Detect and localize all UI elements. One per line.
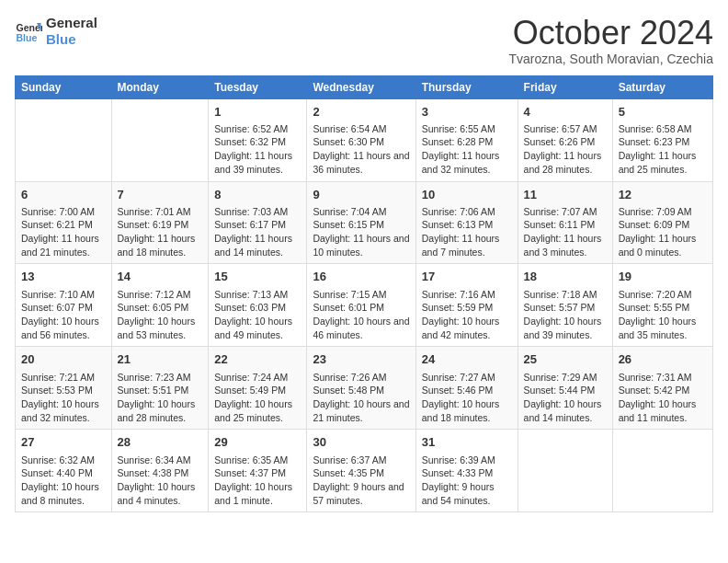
calendar-cell: 2Sunrise: 6:54 AM Sunset: 6:30 PM Daylig…	[307, 98, 415, 181]
day-number: 27	[21, 434, 106, 451]
calendar-cell: 9Sunrise: 7:04 AM Sunset: 6:15 PM Daylig…	[307, 181, 415, 264]
calendar-cell: 21Sunrise: 7:23 AM Sunset: 5:51 PM Dayli…	[111, 347, 209, 430]
calendar-cell: 28Sunrise: 6:34 AM Sunset: 4:38 PM Dayli…	[111, 430, 209, 512]
calendar-cell: 27Sunrise: 6:32 AM Sunset: 4:40 PM Dayli…	[16, 430, 112, 512]
day-content: Sunrise: 7:00 AM Sunset: 6:21 PM Dayligh…	[21, 205, 106, 259]
day-content: Sunrise: 6:55 AM Sunset: 6:28 PM Dayligh…	[422, 122, 512, 177]
day-content: Sunrise: 7:21 AM Sunset: 5:53 PM Dayligh…	[21, 371, 106, 425]
day-content: Sunrise: 6:35 AM Sunset: 4:37 PM Dayligh…	[214, 454, 301, 508]
calendar-week-row: 1Sunrise: 6:52 AM Sunset: 6:32 PM Daylig…	[16, 98, 713, 181]
calendar-cell: 16Sunrise: 7:15 AM Sunset: 6:01 PM Dayli…	[307, 264, 415, 347]
calendar-cell: 15Sunrise: 7:13 AM Sunset: 6:03 PM Dayli…	[209, 264, 307, 347]
day-content: Sunrise: 6:52 AM Sunset: 6:32 PM Dayligh…	[214, 122, 301, 177]
page-header: General Blue General Blue October 2024 T…	[15, 15, 713, 66]
day-number: 5	[619, 104, 707, 121]
day-content: Sunrise: 6:34 AM Sunset: 4:38 PM Dayligh…	[118, 454, 203, 508]
calendar-header-cell: Monday	[111, 75, 209, 98]
calendar-header-cell: Saturday	[612, 75, 712, 98]
calendar-cell: 26Sunrise: 7:31 AM Sunset: 5:42 PM Dayli…	[612, 347, 712, 430]
calendar-cell: 1Sunrise: 6:52 AM Sunset: 6:32 PM Daylig…	[209, 98, 307, 181]
calendar-week-row: 20Sunrise: 7:21 AM Sunset: 5:53 PM Dayli…	[16, 347, 713, 430]
calendar-cell: 19Sunrise: 7:20 AM Sunset: 5:55 PM Dayli…	[612, 264, 712, 347]
day-number: 3	[422, 104, 512, 121]
calendar-cell	[518, 430, 612, 512]
calendar-header-cell: Tuesday	[209, 75, 307, 98]
day-content: Sunrise: 7:09 AM Sunset: 6:09 PM Dayligh…	[619, 205, 707, 259]
day-content: Sunrise: 7:29 AM Sunset: 5:44 PM Dayligh…	[524, 371, 607, 425]
day-number: 19	[619, 269, 707, 285]
calendar-body: 1Sunrise: 6:52 AM Sunset: 6:32 PM Daylig…	[16, 98, 713, 512]
day-content: Sunrise: 7:04 AM Sunset: 6:15 PM Dayligh…	[313, 205, 409, 259]
calendar-table: SundayMondayTuesdayWednesdayThursdayFrid…	[15, 75, 713, 513]
day-number: 4	[524, 104, 607, 121]
calendar-cell	[612, 430, 712, 512]
day-number: 7	[118, 187, 203, 203]
calendar-cell: 8Sunrise: 7:03 AM Sunset: 6:17 PM Daylig…	[209, 181, 307, 264]
calendar-cell: 23Sunrise: 7:26 AM Sunset: 5:48 PM Dayli…	[307, 347, 415, 430]
day-content: Sunrise: 6:58 AM Sunset: 6:23 PM Dayligh…	[619, 122, 707, 177]
day-content: Sunrise: 7:01 AM Sunset: 6:19 PM Dayligh…	[118, 205, 203, 259]
calendar-header-cell: Thursday	[415, 75, 518, 98]
logo-line2: Blue	[46, 31, 97, 48]
day-number: 18	[524, 269, 607, 285]
location-subtitle: Tvarozna, South Moravian, Czechia	[508, 52, 713, 66]
month-title: October 2024	[508, 15, 713, 52]
day-number: 25	[524, 351, 607, 368]
day-content: Sunrise: 7:06 AM Sunset: 6:13 PM Dayligh…	[422, 205, 512, 259]
day-number: 30	[313, 434, 409, 451]
calendar-cell	[111, 98, 209, 181]
day-content: Sunrise: 7:20 AM Sunset: 5:55 PM Dayligh…	[619, 288, 707, 342]
calendar-cell: 29Sunrise: 6:35 AM Sunset: 4:37 PM Dayli…	[209, 430, 307, 512]
day-number: 17	[422, 269, 512, 285]
day-content: Sunrise: 6:54 AM Sunset: 6:30 PM Dayligh…	[313, 122, 409, 177]
calendar-cell: 18Sunrise: 7:18 AM Sunset: 5:57 PM Dayli…	[518, 264, 612, 347]
day-number: 24	[422, 351, 512, 368]
day-number: 1	[214, 104, 301, 121]
day-number: 9	[313, 187, 409, 203]
day-number: 23	[313, 351, 409, 368]
calendar-cell: 13Sunrise: 7:10 AM Sunset: 6:07 PM Dayli…	[16, 264, 112, 347]
calendar-week-row: 6Sunrise: 7:00 AM Sunset: 6:21 PM Daylig…	[16, 181, 713, 264]
day-content: Sunrise: 7:24 AM Sunset: 5:49 PM Dayligh…	[214, 371, 301, 425]
day-number: 6	[21, 187, 106, 203]
day-content: Sunrise: 6:39 AM Sunset: 4:33 PM Dayligh…	[422, 454, 512, 508]
calendar-cell: 4Sunrise: 6:57 AM Sunset: 6:26 PM Daylig…	[518, 98, 612, 181]
calendar-cell: 22Sunrise: 7:24 AM Sunset: 5:49 PM Dayli…	[209, 347, 307, 430]
calendar-cell: 14Sunrise: 7:12 AM Sunset: 6:05 PM Dayli…	[111, 264, 209, 347]
day-number: 26	[619, 351, 707, 368]
day-number: 22	[214, 351, 301, 368]
day-number: 16	[313, 269, 409, 285]
day-number: 11	[524, 187, 607, 203]
day-content: Sunrise: 7:26 AM Sunset: 5:48 PM Dayligh…	[313, 371, 409, 425]
day-number: 21	[118, 351, 203, 368]
calendar-cell: 11Sunrise: 7:07 AM Sunset: 6:11 PM Dayli…	[518, 181, 612, 264]
day-number: 28	[118, 434, 203, 451]
calendar-cell: 17Sunrise: 7:16 AM Sunset: 5:59 PM Dayli…	[415, 264, 518, 347]
day-number: 13	[21, 269, 106, 285]
day-content: Sunrise: 6:57 AM Sunset: 6:26 PM Dayligh…	[524, 122, 607, 177]
day-content: Sunrise: 7:13 AM Sunset: 6:03 PM Dayligh…	[214, 288, 301, 342]
day-number: 2	[313, 104, 409, 121]
calendar-header-cell: Wednesday	[307, 75, 415, 98]
calendar-cell: 25Sunrise: 7:29 AM Sunset: 5:44 PM Dayli…	[518, 347, 612, 430]
calendar-cell	[16, 98, 112, 181]
day-number: 15	[214, 269, 301, 285]
calendar-cell: 6Sunrise: 7:00 AM Sunset: 6:21 PM Daylig…	[16, 181, 112, 264]
day-number: 29	[214, 434, 301, 451]
day-content: Sunrise: 7:15 AM Sunset: 6:01 PM Dayligh…	[313, 288, 409, 342]
day-content: Sunrise: 7:16 AM Sunset: 5:59 PM Dayligh…	[422, 288, 512, 342]
day-content: Sunrise: 6:37 AM Sunset: 4:35 PM Dayligh…	[313, 454, 409, 508]
logo-icon: General Blue	[15, 17, 42, 45]
day-number: 10	[422, 187, 512, 203]
logo: General Blue General Blue	[15, 15, 97, 48]
day-number: 8	[214, 187, 301, 203]
day-content: Sunrise: 7:18 AM Sunset: 5:57 PM Dayligh…	[524, 288, 607, 342]
calendar-week-row: 13Sunrise: 7:10 AM Sunset: 6:07 PM Dayli…	[16, 264, 713, 347]
svg-text:Blue: Blue	[17, 32, 38, 43]
day-content: Sunrise: 7:12 AM Sunset: 6:05 PM Dayligh…	[118, 288, 203, 342]
logo-line1: General	[46, 15, 97, 31]
day-content: Sunrise: 7:10 AM Sunset: 6:07 PM Dayligh…	[21, 288, 106, 342]
calendar-cell: 30Sunrise: 6:37 AM Sunset: 4:35 PM Dayli…	[307, 430, 415, 512]
day-number: 12	[619, 187, 707, 203]
day-content: Sunrise: 7:27 AM Sunset: 5:46 PM Dayligh…	[422, 371, 512, 425]
